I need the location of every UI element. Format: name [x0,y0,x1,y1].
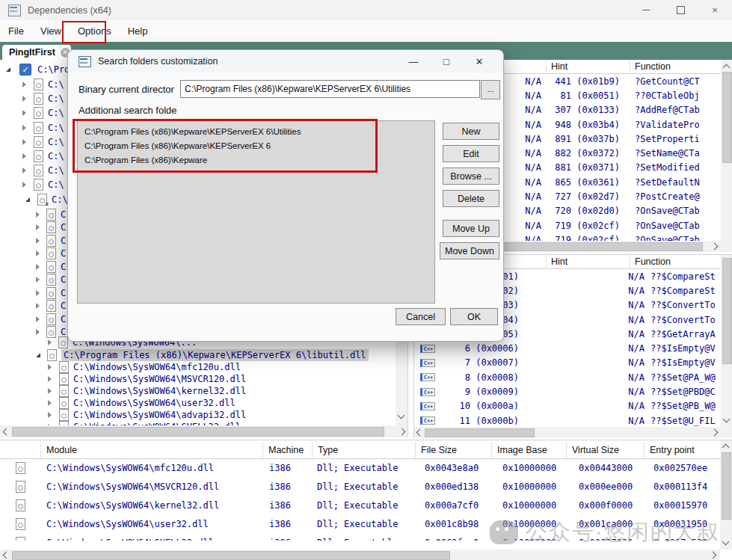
collapse-icon[interactable] [48,412,52,418]
move-up-button[interactable]: Move Up [443,220,499,237]
move-down-button[interactable]: Move Down [440,242,499,259]
collapse-icon[interactable] [36,238,40,244]
filesize-column-header[interactable]: File Size [416,442,492,458]
exports-vscrollbar[interactable] [721,255,732,438]
tree-hscrollbar[interactable] [0,425,407,437]
folders-listbox[interactable]: C:\Program Files (x86)\Kepware\KEPServer… [77,120,435,304]
tree-row[interactable]: C:\Windows\SysWOW64\kernel32.dll [0,385,395,397]
tree-root-row[interactable]: ✓ C:\Pro [6,63,70,76]
collapse-icon[interactable] [36,277,40,283]
browse-button[interactable]: Browse ... [443,167,499,185]
menu-view[interactable]: View [32,20,70,42]
delete-button[interactable]: Delete [443,190,499,207]
tree-row[interactable]: C:\ [22,164,64,176]
collapse-icon[interactable] [22,110,26,116]
tree-row[interactable]: C:\ [22,135,64,148]
root-checkbox[interactable]: ✓ [19,64,31,76]
export-row[interactable]: 7 (0x0007) N/A ??$IsEmpty@V [414,356,721,370]
collapse-icon[interactable] [36,316,40,322]
imagebase-column-header[interactable]: Image Base [492,442,567,458]
collapse-icon[interactable] [36,290,40,296]
collapse-icon[interactable] [48,339,52,345]
modules-hscrollbar[interactable] [0,550,720,560]
folder-item[interactable]: C:\Program Files (x86)\Kepware\KEPServer… [78,138,434,153]
modules-vscrollbar[interactable] [720,440,732,550]
new-button[interactable]: New [443,123,499,140]
type-column-header[interactable]: Type [313,442,416,458]
tree-row-selected[interactable]: C:\Program Files (x86)\Kepware\KEPServer… [36,348,369,361]
module-icon-column-header[interactable] [0,442,41,458]
export-row[interactable]: 11 (0x000b) N/A ??$Set@U_FIL [414,413,721,427]
module-row[interactable]: C:\Windows\SysWOW64\kernel32.dll i386 Dl… [0,496,720,514]
tree-row[interactable]: C:\ [22,78,64,90]
expand-icon[interactable] [25,197,30,202]
function-column-header[interactable]: Function [630,60,732,73]
dialog-minimize-button[interactable]: — [397,56,430,67]
tree-row[interactable]: C:\ [22,178,64,191]
collapse-icon[interactable] [48,364,52,370]
collapse-icon[interactable] [22,96,26,102]
module-row[interactable]: C:\Windows\SysWOW64\MSVCR120.dll i386 Dl… [0,477,720,496]
tree-row[interactable]: C:\ [22,106,64,119]
export-row[interactable]: 10 (0x000a) N/A ??$Set@PB_W@ [414,399,721,413]
tree-row[interactable]: C:\ [22,150,64,162]
cancel-button[interactable]: Cancel [396,308,446,325]
maximize-button[interactable] [663,0,698,20]
collapse-icon[interactable] [36,264,40,270]
tree-row[interactable]: C:\Windows\SysWOW64\user32.dll [0,397,395,409]
collapse-icon[interactable] [22,139,26,145]
export-row[interactable]: 8 (0x0008) N/A ??$Set@PA_W@ [414,370,721,384]
collapse-icon[interactable] [36,224,40,230]
expand-icon[interactable] [6,67,10,72]
close-button[interactable]: × [698,0,732,20]
edit-button[interactable]: Edit [443,145,499,162]
tree-row[interactable]: C:\Windows\SysWOW64\advapi32.dll [0,409,395,421]
collapse-icon[interactable] [48,388,52,394]
tree-row[interactable]: C:\Windows\SysWOW64\mfc120u.dll [0,361,395,373]
machine-column-header[interactable]: Machine [263,442,313,458]
exports-hscrollbar[interactable] [414,427,721,438]
minimize-button[interactable] [629,0,663,20]
tab-pingitfirst[interactable]: PingItFirst ✕ [2,45,71,60]
export-row[interactable]: 9 (0x0009) N/A ??$Set@PBD@C [414,384,721,399]
module-column-header[interactable]: Module [41,442,263,458]
menu-options[interactable]: Options [70,20,120,42]
collapse-icon[interactable] [36,329,40,335]
expand-icon[interactable] [36,353,40,357]
tree-row-expanded[interactable]: x C:\ [25,193,68,206]
dialog-close-button[interactable]: ✕ [463,56,496,67]
collapse-icon[interactable] [36,212,40,218]
binary-dir-input[interactable]: C:\Program Files (x86)\Kepware\KEPServer… [180,80,480,98]
collapse-icon[interactable] [36,250,40,256]
folder-item[interactable]: C:\Program Files (x86)\Kepware [78,153,434,167]
collapse-icon[interactable] [22,81,26,87]
collapse-icon[interactable] [48,376,52,382]
module-row[interactable]: C:\Windows\SysWOW64\SHELL32.dll i386 Dll… [0,533,720,541]
tree-row[interactable]: C:\ [22,92,64,105]
function-column-header[interactable]: Function [630,255,732,268]
tree-row[interactable]: C:\Windows\SysWOW64\MSVCR120.dll [0,373,395,385]
hint-column-header[interactable]: Hint [547,255,630,268]
menu-file[interactable]: File [0,20,32,42]
filesize-cell: 0x001c8b98 [416,519,492,529]
dialog-maximize-button[interactable]: □ [430,56,463,67]
collapse-icon[interactable] [48,400,52,406]
collapse-icon[interactable] [22,125,26,131]
menu-help[interactable]: Help [120,20,156,42]
collapse-icon[interactable] [22,182,26,188]
tree-row[interactable]: C:\ [22,121,64,134]
hint-column-header[interactable]: Hint [547,60,630,73]
collapse-icon[interactable] [22,167,26,173]
collapse-icon[interactable] [22,153,26,159]
dll-icon [46,247,56,259]
entrypoint-column-header[interactable]: Entry point [645,442,720,458]
module-row[interactable]: C:\Windows\SysWOW64\mfc120u.dll i386 Dll… [0,458,720,477]
module-row[interactable]: C:\Windows\SysWOW64\user32.dll i386 Dll;… [0,514,720,533]
virtualsize-column-header[interactable]: Virtual Size [567,442,645,458]
folder-item[interactable]: C:\Program Files (x86)\Kepware\KEPServer… [78,124,434,138]
collapse-icon[interactable] [36,303,40,309]
ok-button[interactable]: OK [450,308,498,325]
imports-vscrollbar[interactable] [721,60,732,252]
export-row[interactable]: 6 (0x0006) N/A ??$IsEmpty@V [414,341,721,355]
browse-dots-button[interactable]: ... [481,80,500,99]
